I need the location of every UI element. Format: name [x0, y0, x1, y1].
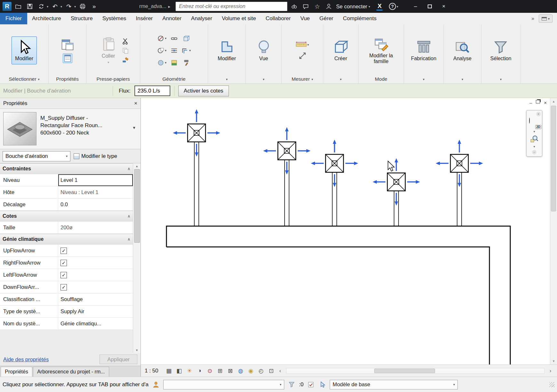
checkbox[interactable]: ✓ [61, 248, 67, 254]
property-section-header[interactable]: Cotes∧ [0, 211, 133, 222]
print-icon[interactable] [78, 2, 87, 11]
hscroll-thumb[interactable] [374, 369, 435, 373]
cut-geometry-icon[interactable] [157, 35, 164, 42]
selection-button[interactable]: Sélection [487, 37, 515, 64]
property-value[interactable]: ✓ [58, 257, 133, 269]
property-value[interactable]: 200ø [58, 222, 133, 233]
vscroll-thumb[interactable] [551, 106, 556, 211]
type-preview-image[interactable] [3, 112, 36, 145]
canvas-vscrollbar[interactable]: ▴ ▾ [550, 98, 557, 364]
apply-button[interactable]: Appliquer [100, 355, 137, 364]
property-value[interactable]: Soufflage [58, 293, 133, 305]
drawing-canvas[interactable] [141, 98, 550, 364]
navbar-collapse-icon[interactable]: – [532, 150, 537, 154]
property-value[interactable]: ✓ [58, 245, 133, 257]
navbar-close-icon[interactable]: × [536, 112, 541, 116]
panel-label-analyse[interactable]: ▾ [444, 75, 481, 84]
detail-level-icon[interactable]: ▦ [165, 367, 173, 375]
copy-icon[interactable] [122, 47, 129, 54]
type-properties-icon[interactable] [61, 38, 74, 52]
zoom-caret-icon[interactable]: ▾ [533, 145, 535, 148]
category-filter-combobox[interactable]: Bouche d'aération▾ [3, 151, 70, 161]
scrollbar-thumb[interactable] [134, 169, 140, 243]
open-icon[interactable] [13, 2, 23, 11]
checkbox[interactable]: ✓ [61, 284, 67, 290]
property-section-header[interactable]: Génie climatique∧ [0, 234, 133, 245]
help-icon[interactable]: ? [389, 3, 396, 10]
tab-architecture[interactable]: Architecture [27, 13, 66, 24]
panel-label-mode[interactable]: Mode [359, 75, 404, 84]
creer-button[interactable]: Créer [330, 37, 352, 64]
property-value[interactable]: 0.0 [58, 199, 133, 210]
tab-fichier[interactable]: Fichier [0, 13, 27, 24]
maximize-button[interactable] [423, 2, 437, 11]
canvas-hscrollbar[interactable] [286, 368, 545, 374]
revit-logo[interactable]: R [3, 2, 12, 11]
steering-wheel-icon[interactable]: 2D [529, 118, 539, 128]
tab-vue[interactable]: Vue [295, 13, 315, 24]
search-binoculars-icon[interactable] [289, 2, 299, 11]
modifier-la-famille-button[interactable]: Modifier la famille [360, 34, 402, 68]
user-icon[interactable] [324, 2, 334, 11]
search-input[interactable] [175, 2, 287, 11]
properties-scrollbar[interactable]: ▴ ▾ [133, 163, 141, 353]
shadows-toggle-icon[interactable]: ◑ [196, 367, 204, 375]
edit-type-button[interactable]: Modifier le type [74, 153, 117, 159]
properties-palette-icon[interactable] [63, 53, 72, 63]
ribbon-display-toggle[interactable]: ▾ [539, 14, 553, 23]
panel-label-proprietes[interactable]: Propriétés [49, 75, 86, 84]
close-button[interactable]: × [437, 2, 451, 11]
property-value[interactable]: Niveau : Level 1 [58, 186, 133, 198]
paint-icon[interactable] [171, 59, 178, 66]
panel-label-geometrie[interactable]: Géométrie [140, 75, 208, 84]
community-icon[interactable] [301, 2, 311, 11]
tab-gerer[interactable]: Gérer [315, 13, 338, 24]
sign-in-caret-icon[interactable]: ▾ [368, 5, 370, 8]
demolish-hammer-icon[interactable] [183, 59, 190, 66]
modifier-button[interactable]: Modifier [12, 37, 37, 64]
qat-caret-icon[interactable]: ▾ [47, 5, 48, 8]
save-icon[interactable] [25, 2, 35, 11]
property-value[interactable]: ✓ [58, 281, 133, 293]
align-icon[interactable] [171, 47, 178, 54]
minimize-button[interactable]: – [408, 2, 423, 11]
section-collapse-icon[interactable]: ∧ [127, 214, 130, 218]
view-scale[interactable]: 1 : 50 [145, 368, 158, 374]
panel-label-mesurer[interactable]: Mesurer▾ [282, 75, 323, 84]
tab-proprietes[interactable]: Propriétés [1, 367, 32, 377]
property-value[interactable]: ✓ [58, 269, 133, 281]
supply-diffuser[interactable] [263, 127, 311, 175]
tab-complements[interactable]: Compléments [338, 13, 381, 24]
section-collapse-icon[interactable]: ∧ [127, 167, 130, 171]
vue-button[interactable]: Vue [253, 37, 275, 64]
link-geometry-icon[interactable] [171, 35, 178, 42]
tab-collaborer[interactable]: Collaborer [261, 13, 295, 24]
checkbox[interactable]: ✓ [61, 272, 67, 278]
panel-label-fabrication[interactable]: ▾ [404, 75, 443, 84]
match-properties-icon[interactable] [122, 56, 129, 63]
tab-overflow-icon[interactable]: » [528, 13, 537, 24]
redo-icon[interactable]: ↷ [64, 2, 74, 11]
join-geometry-icon[interactable] [157, 59, 164, 66]
temporary-hide-icon[interactable]: ◍ [237, 367, 245, 375]
help-caret-icon[interactable]: ▾ [397, 5, 398, 8]
worksets-icon[interactable] [152, 380, 160, 389]
modifier-duct-button[interactable]: Modifier [214, 37, 239, 64]
properties-palette-header[interactable]: Propriétés × [0, 98, 141, 109]
checkbox[interactable]: ✓ [61, 260, 67, 266]
panel-label-vue[interactable]: ▾ [246, 75, 281, 84]
supply-diffuser[interactable] [311, 140, 358, 187]
tab-structure[interactable]: Structure [66, 13, 98, 24]
tab-inserer[interactable]: Insérer [131, 13, 157, 24]
select-toggle-icon[interactable] [318, 380, 327, 389]
visual-style-icon[interactable]: ◧ [175, 367, 183, 375]
resize-grip[interactable] [549, 382, 554, 387]
section-collapse-icon[interactable]: ∧ [127, 237, 130, 241]
tab-annoter[interactable]: Annoter [157, 13, 186, 24]
crop-region-icon[interactable]: ⊠ [226, 367, 235, 375]
sign-in-label[interactable]: Se connecter [336, 4, 367, 10]
show-rendering-icon[interactable]: ⊙ [206, 367, 214, 375]
exchange-apps-icon[interactable]: X [376, 3, 383, 11]
coller-button[interactable]: Coller ▾ [98, 34, 119, 67]
supply-diffuser[interactable] [436, 140, 483, 187]
